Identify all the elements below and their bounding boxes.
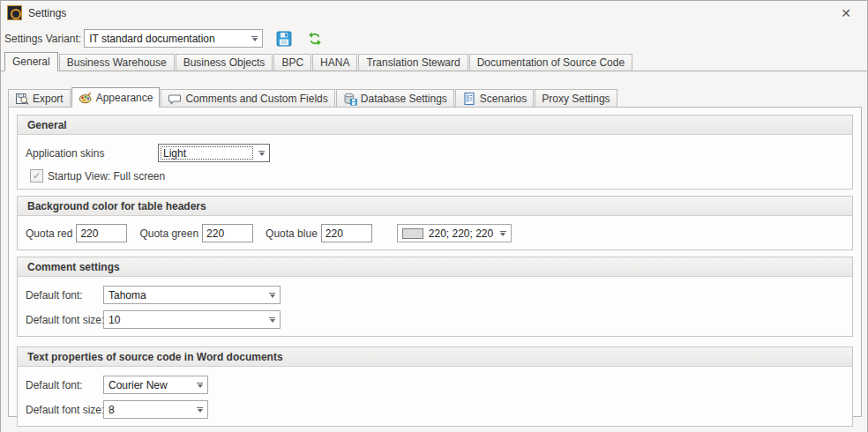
comment-default-font-size-value: 10 — [104, 314, 265, 326]
tab-scenarios-label: Scenarios — [480, 93, 527, 105]
tab-proxy-settings-label: Proxy Settings — [542, 93, 610, 105]
tab-hana[interactable]: HANA — [312, 54, 357, 71]
document-lines-icon — [462, 92, 476, 106]
quota-blue-input[interactable] — [321, 224, 372, 242]
settings-variant-combobox[interactable]: IT standard documentation — [84, 29, 263, 48]
chevron-down-icon[interactable] — [192, 401, 207, 418]
tab-business-warehouse[interactable]: Business Warehouse — [59, 54, 175, 71]
section-background-color: Background color for table headers Quota… — [17, 196, 853, 250]
application-skins-value: Light — [159, 147, 254, 160]
refresh-variant-button[interactable] — [305, 30, 325, 48]
tab-appearance-label: Appearance — [96, 92, 153, 104]
chevron-down-icon[interactable] — [265, 311, 280, 328]
tab-export-label: Export — [33, 93, 64, 105]
speech-bubble-icon — [168, 92, 182, 106]
sub-tab-bar: Export Appearance Comments and Custom Fi… — [1, 87, 867, 108]
checkmark-icon: ✓ — [33, 170, 41, 182]
comment-default-font-size-label: Default font size: — [26, 314, 103, 326]
startup-view-label: Startup View: Full screen — [48, 170, 165, 182]
tab-appearance[interactable]: Appearance — [71, 87, 161, 108]
comment-default-font-label: Default font: — [26, 289, 103, 302]
quota-red-input[interactable] — [76, 224, 127, 242]
application-skins-label: Application skins — [26, 147, 158, 160]
tab-export[interactable]: Export — [8, 89, 71, 108]
comment-font-row: Default font: Tahoma — [18, 286, 852, 304]
comment-default-font-combobox[interactable]: Tahoma — [103, 286, 281, 304]
database-save-icon — [343, 92, 357, 106]
chevron-down-icon[interactable] — [192, 376, 207, 393]
table-header-color-value: 220; 220; 220 — [423, 227, 496, 240]
save-variant-button[interactable] — [274, 30, 294, 48]
quota-green-input[interactable] — [202, 224, 253, 242]
tab-bpc[interactable]: BPC — [273, 54, 311, 71]
color-swatch — [402, 228, 423, 239]
main-tab-bar: General Business Warehouse Business Obje… — [1, 52, 867, 71]
word-default-font-size-combobox[interactable]: 8 — [103, 400, 208, 419]
save-icon — [276, 31, 292, 47]
quota-red-label: Quota red — [26, 227, 72, 240]
tab-database-settings-label: Database Settings — [361, 93, 447, 105]
tab-general[interactable]: General — [4, 52, 58, 71]
application-skins-row: Application skins Light — [18, 135, 852, 162]
export-icon — [15, 92, 29, 106]
chevron-down-icon[interactable] — [247, 30, 262, 47]
startup-view-checkbox[interactable]: ✓ — [30, 169, 43, 182]
comment-font-size-row: Default font size: 10 — [18, 310, 852, 329]
section-general-title: General — [18, 115, 852, 135]
section-comment-settings: Comment settings Default font: Tahoma De… — [17, 257, 853, 337]
appearance-panel: General Application skins Light ✓ Startu… — [8, 107, 862, 417]
tab-database-settings[interactable]: Database Settings — [336, 89, 454, 108]
comment-default-font-value: Tahoma — [104, 289, 265, 302]
word-default-font-value: Courier New — [104, 379, 192, 391]
quota-blue-label: Quota blue — [266, 227, 318, 240]
word-font-row: Default font: Courier New — [18, 376, 852, 394]
startup-view-row: ✓ Startup View: Full screen — [18, 162, 852, 189]
settings-variant-value: IT standard documentation — [85, 33, 247, 45]
quota-green-label: Quota green — [139, 227, 198, 240]
table-header-color-combobox[interactable]: 220; 220; 220 — [397, 224, 512, 242]
word-default-font-size-label: Default font size: — [26, 404, 103, 416]
close-icon[interactable]: ✕ — [841, 7, 851, 19]
section-word-source-code-title: Text properties of source code in Word d… — [18, 347, 852, 367]
tab-scenarios[interactable]: Scenarios — [455, 89, 534, 108]
chevron-down-icon[interactable] — [265, 287, 280, 303]
section-background-color-title: Background color for table headers — [18, 197, 852, 216]
tab-comments-and-custom-fields[interactable]: Comments and Custom Fields — [161, 89, 334, 108]
tab-translation-steward[interactable]: Translation Steward — [358, 54, 468, 71]
word-default-font-combobox[interactable]: Courier New — [103, 376, 208, 394]
chevron-down-icon[interactable] — [254, 145, 269, 161]
settings-variant-label: Settings Variant: — [4, 33, 81, 45]
comment-default-font-size-combobox[interactable]: 10 — [103, 310, 281, 329]
word-default-font-size-value: 8 — [104, 404, 192, 416]
section-word-source-code: Text properties of source code in Word d… — [17, 346, 853, 427]
app-logo-icon — [7, 5, 22, 20]
settings-window: Settings ✕ Settings Variant: IT standard… — [0, 0, 868, 432]
word-default-font-label: Default font: — [26, 379, 103, 391]
tab-business-objects[interactable]: Business Objects — [176, 54, 273, 71]
settings-variant-bar: Settings Variant: IT standard documentat… — [4, 29, 867, 48]
tab-documentation-of-source-code[interactable]: Documentation of Source Code — [469, 54, 632, 71]
refresh-icon — [308, 32, 322, 46]
tab-proxy-settings[interactable]: Proxy Settings — [535, 89, 617, 108]
quota-row: Quota red Quota green Quota blue 220; 22… — [18, 216, 852, 250]
section-general: General Application skins Light ✓ Startu… — [17, 115, 853, 190]
application-skins-combobox[interactable]: Light — [158, 144, 270, 162]
tab-comments-label: Comments and Custom Fields — [185, 93, 327, 105]
palette-icon — [79, 91, 93, 105]
word-font-size-row: Default font size: 8 — [18, 400, 852, 419]
window-title: Settings — [28, 7, 66, 19]
titlebar: Settings ✕ — [1, 1, 867, 22]
chevron-down-icon[interactable] — [496, 225, 511, 242]
section-comment-settings-title: Comment settings — [18, 257, 852, 277]
